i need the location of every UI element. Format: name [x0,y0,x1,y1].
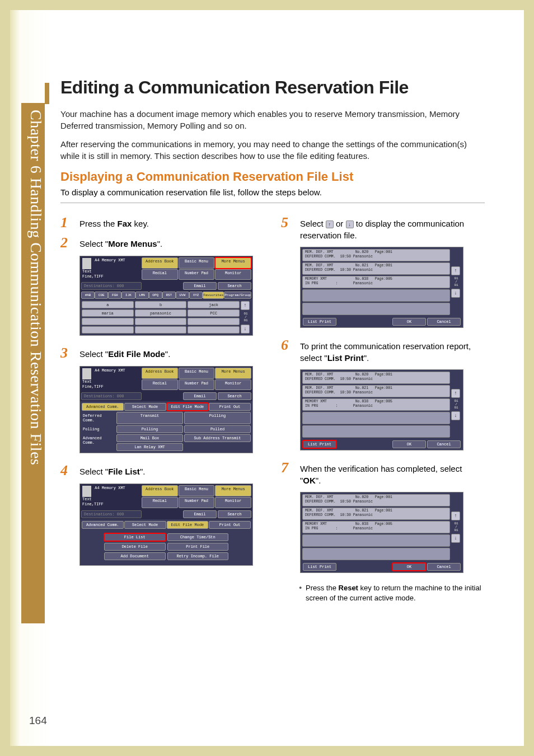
contact-entry[interactable] [188,318,240,325]
polling-button[interactable]: Polling [116,425,183,433]
page-indicator: 01 / 01 [451,400,461,410]
tab-select-mode[interactable]: Select Mode [124,403,166,411]
address-book-button[interactable]: Address Book [142,368,178,379]
program-group-tab[interactable]: Program/Group [224,292,251,299]
transmit-button[interactable]: Transmit [116,412,183,424]
row-label: Deferred Comm. [82,412,115,424]
down-arrow-icon[interactable]: ↓ [346,220,354,228]
tab-print-out[interactable]: Print Out [209,521,251,529]
alpha-tab[interactable]: UVW [176,292,189,299]
retry-incomp-file-button[interactable]: Retry Incomp. File [167,552,229,560]
scroll-down-icon[interactable]: ↓ [451,534,460,543]
scroll-up-icon[interactable]: ↑ [451,511,460,520]
alpha-tab[interactable]: #AB [81,292,95,299]
more-menus-button[interactable]: More Menus [215,257,251,269]
contact-entry[interactable]: a [82,301,134,308]
contact-entry[interactable] [135,318,187,325]
file-list-button[interactable]: File List [104,533,166,541]
tab-print-out[interactable]: Print Out [209,403,251,411]
number-pad-button[interactable]: Number Pad [179,379,215,391]
contact-entry[interactable] [82,326,134,334]
reservation-row[interactable]: MEM. DEF. XMT No.021 Page:001DEFERRED CO… [302,508,450,520]
basic-menu-button[interactable]: Basic Menu [179,257,215,269]
alpha-tab[interactable]: OPQ [149,292,162,299]
reservation-row[interactable]: MEM. DEF. XMT No.021 Page:001DEFERRED CO… [302,262,450,275]
cancel-button[interactable]: Cancel [427,563,461,571]
list-print-button[interactable]: List Print [303,440,336,448]
alpha-tab[interactable]: LMN [135,292,149,299]
tab-advanced-comm[interactable]: Advanced Comm. [82,403,124,411]
number-pad-button[interactable]: Number Pad [179,497,215,508]
scroll-up-icon[interactable]: ↑ [241,301,250,310]
step-6: 6 To print the communication reservation… [281,338,485,364]
contact-entry[interactable]: maria [82,309,134,317]
polling-button[interactable]: Polling [184,412,251,424]
add-document-button[interactable]: Add Document [104,552,166,560]
email-button[interactable]: Email [183,392,217,400]
search-button[interactable]: Search [218,282,251,290]
change-time-stn-button[interactable]: Change Time/Stn [167,533,229,541]
list-print-button[interactable]: List Print [303,563,336,571]
alpha-tab[interactable]: CDE [95,292,108,299]
basic-menu-button[interactable]: Basic Menu [179,485,215,496]
email-button[interactable]: Email [183,510,217,518]
alpha-tab[interactable]: RST [162,292,176,299]
redial-button[interactable]: Redial [142,269,178,280]
address-book-button[interactable]: Address Book [142,257,178,269]
ok-button[interactable]: OK [392,563,426,571]
number-pad-button[interactable]: Number Pad [179,269,215,280]
favourites-tab[interactable]: Favourites [203,292,224,299]
contact-entry[interactable]: jack [188,301,240,308]
search-button[interactable]: Search [218,392,251,400]
print-file-button[interactable]: Print File [167,543,229,551]
tab-select-mode[interactable]: Select Mode [124,521,166,529]
monitor-button[interactable]: Monitor [215,379,251,391]
address-book-button[interactable]: Address Book [142,485,178,496]
list-print-button[interactable]: List Print [303,318,336,326]
contact-entry[interactable] [135,326,187,334]
sub-address-transmit-button[interactable]: Sub Address Transmit [184,434,251,442]
scroll-up-icon[interactable]: ↑ [451,389,460,398]
search-button[interactable]: Search [218,510,251,518]
ok-button[interactable]: OK [392,440,426,448]
scroll-down-icon[interactable]: ↓ [451,289,460,298]
contact-entry[interactable]: PCC [188,309,240,317]
polled-button[interactable]: Polled [184,425,251,433]
reservation-row-empty [302,289,450,302]
reservation-row[interactable]: MEM. DEF. XMT No.020 Page:001DEFERRED CO… [302,494,450,506]
reservation-row[interactable]: MEMORY XMT No.038 Page:005IN PRG : Panas… [302,276,450,288]
lan-relay-xmt-button[interactable]: Lan Relay XMT [116,443,183,451]
alpha-tab[interactable]: XYZ [189,292,203,299]
reservation-row[interactable]: MEM. DEF. XMT No.020 Page:001DEFERRED CO… [302,249,450,261]
basic-menu-button[interactable]: Basic Menu [179,368,215,379]
ok-button[interactable]: OK [392,318,426,326]
tab-edit-file-mode[interactable]: Edit File Mode [167,521,209,529]
alpha-tab[interactable]: IJK [121,292,135,299]
mailbox-button[interactable]: Mail Box [116,434,183,442]
redial-button[interactable]: Redial [142,379,178,391]
cancel-button[interactable]: Cancel [427,440,461,448]
reservation-row[interactable]: MEMORY XMT No.038 Page:005IN PRG : Panas… [302,398,450,411]
reservation-row[interactable]: MEMORY XMT No.038 Page:005IN PRG : Panas… [302,521,450,533]
tab-advanced-comm[interactable]: Advanced Comm. [82,521,124,529]
contact-entry[interactable]: b [135,301,187,308]
monitor-button[interactable]: Monitor [215,497,251,508]
more-menus-button[interactable]: More Menus [215,485,251,496]
scroll-down-icon[interactable]: ↓ [241,325,250,334]
contact-entry[interactable] [188,326,240,334]
redial-button[interactable]: Redial [142,497,178,508]
up-arrow-icon[interactable]: ↑ [326,220,334,228]
scroll-down-icon[interactable]: ↓ [451,411,460,420]
contact-entry[interactable] [82,318,134,325]
cancel-button[interactable]: Cancel [427,318,461,326]
email-button[interactable]: Email [183,282,217,290]
reservation-row[interactable]: MEM. DEF. XMT No.020 Page:001DEFERRED CO… [302,372,450,384]
scroll-up-icon[interactable]: ↑ [451,266,460,275]
monitor-button[interactable]: Monitor [215,269,251,280]
tab-edit-file-mode[interactable]: Edit File Mode [167,403,209,411]
alpha-tab[interactable]: FGH [108,292,121,299]
more-menus-button[interactable]: More Menus [215,368,251,379]
contact-entry[interactable]: panasonic [135,309,187,317]
reservation-row[interactable]: MEM. DEF. XMT No.021 Page:001DEFERRED CO… [302,385,450,397]
delete-file-button[interactable]: Delete File [104,543,166,551]
